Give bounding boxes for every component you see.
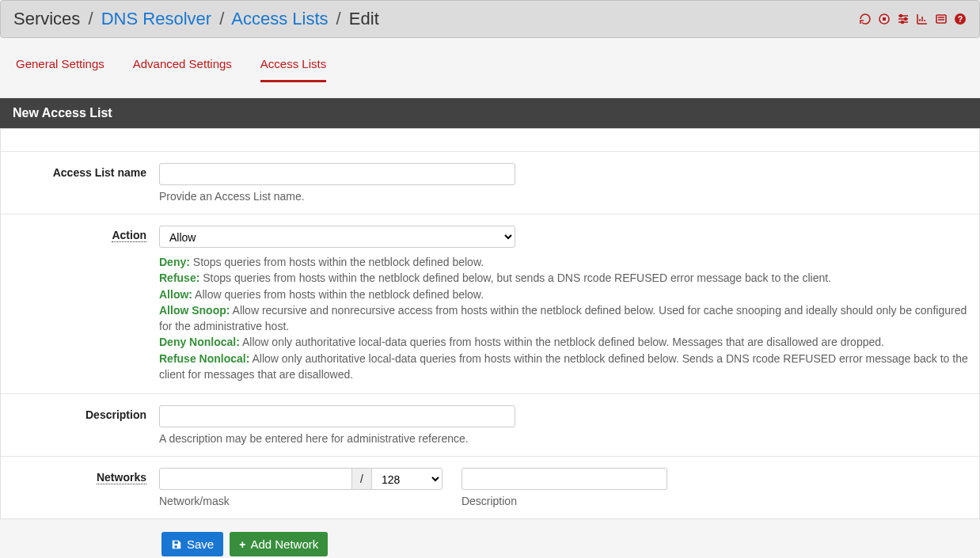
form-panel: New Access List Access List name Provide… — [0, 98, 980, 558]
breadcrumb-access-lists[interactable]: Access Lists — [231, 9, 328, 28]
log-icon[interactable] — [935, 13, 948, 25]
svg-rect-13 — [936, 15, 946, 23]
button-bar: Save + Add Network — [0, 519, 980, 558]
sublabel-network-mask: Network/mask — [159, 495, 443, 507]
row-action: Action DenyRefuseAllowAllow SnoopDeny No… — [1, 214, 979, 393]
svg-text:?: ? — [958, 15, 963, 24]
label-description: Description — [9, 405, 159, 445]
label-action: Action — [9, 226, 159, 382]
sublabel-network-description: Description — [462, 495, 667, 507]
network-mask-group: / 128 — [159, 468, 443, 490]
refuse-text: Stops queries from hosts within the netb… — [199, 271, 831, 284]
breadcrumb-root: Services — [13, 9, 80, 28]
deny-nonlocal-text: Allow only authoritative local-data quer… — [240, 336, 884, 348]
mask-separator: / — [352, 468, 371, 490]
description-input[interactable] — [159, 405, 515, 427]
breadcrumb-sep: / — [332, 9, 341, 28]
help-icon[interactable]: ? — [954, 13, 967, 25]
header-action-icons: ? — [859, 13, 967, 25]
svg-point-6 — [905, 18, 907, 21]
help-description: A description may be entered here for ad… — [159, 432, 971, 445]
breadcrumb-dns-resolver[interactable]: DNS Resolver — [101, 9, 211, 28]
sliders-icon[interactable] — [897, 13, 910, 25]
breadcrumb-sep: / — [215, 9, 224, 28]
svg-point-7 — [902, 21, 904, 24]
label-access-list-name: Access List name — [9, 163, 159, 203]
allow-snoop-text: Allow recursive and nonrecursive access … — [159, 304, 967, 332]
panel-title: New Access List — [0, 98, 980, 128]
mask-select[interactable]: 128 — [371, 468, 443, 490]
refresh-icon[interactable] — [859, 13, 872, 25]
svg-point-5 — [900, 15, 902, 17]
row-description: Description A description may be entered… — [1, 393, 979, 456]
network-description-input[interactable] — [462, 468, 667, 490]
save-label: Save — [187, 537, 214, 551]
tab-general-settings[interactable]: General Settings — [16, 57, 104, 82]
help-access-list-name: Provide an Access List name. — [159, 190, 971, 203]
chart-icon[interactable] — [916, 13, 929, 25]
add-network-button[interactable]: + Add Network — [230, 532, 328, 556]
deny-term: Deny: — [159, 256, 190, 268]
row-access-list-name: Access List name Provide an Access List … — [1, 151, 979, 214]
access-list-name-input[interactable] — [159, 163, 515, 185]
action-descriptions: Deny: Stops queries from hosts within th… — [159, 254, 971, 382]
save-button[interactable]: Save — [161, 532, 223, 556]
refuse-term: Refuse: — [159, 271, 199, 284]
tab-access-lists[interactable]: Access Lists — [260, 57, 326, 82]
stop-icon[interactable] — [878, 13, 891, 25]
plus-icon: + — [239, 538, 245, 551]
refuse-nonlocal-text: Allow only authoritative local-data quer… — [159, 352, 968, 381]
deny-text: Stops queries from hosts within the netb… — [190, 256, 484, 268]
deny-nonlocal-term: Deny Nonlocal: — [159, 336, 240, 348]
allow-term: Allow: — [159, 288, 192, 301]
breadcrumb: Services / DNS Resolver / Access Lists /… — [13, 9, 379, 29]
row-networks: Networks / 128 Network/mask Description — [1, 456, 979, 518]
allow-text: Allow queries from hosts within the netb… — [192, 288, 484, 301]
save-icon — [171, 539, 182, 550]
breadcrumb-sep: / — [83, 9, 93, 28]
page-header: Services / DNS Resolver / Access Lists /… — [0, 0, 980, 38]
network-input[interactable] — [159, 468, 352, 490]
svg-rect-1 — [883, 17, 886, 21]
refuse-nonlocal-term: Refuse Nonlocal: — [159, 352, 249, 365]
spacer — [1, 129, 979, 151]
action-select[interactable]: DenyRefuseAllowAllow SnoopDeny NonlocalR… — [159, 226, 515, 248]
tab-advanced-settings[interactable]: Advanced Settings — [133, 57, 232, 82]
add-network-label: Add Network — [250, 537, 318, 551]
tab-bar: General Settings Advanced Settings Acces… — [0, 38, 980, 82]
breadcrumb-current: Edit — [349, 9, 379, 28]
allow-snoop-term: Allow Snoop: — [159, 304, 230, 317]
label-networks: Networks — [9, 468, 159, 507]
